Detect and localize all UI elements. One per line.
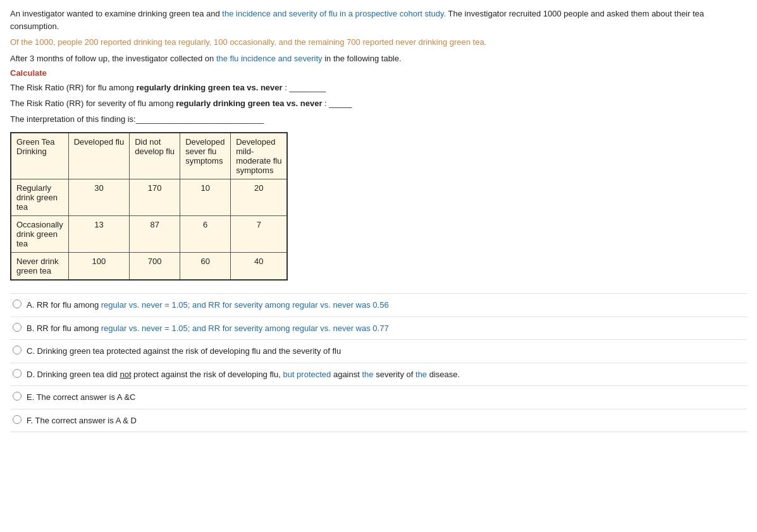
row3-col2: 700 bbox=[130, 253, 180, 281]
row2-col3: 6 bbox=[180, 216, 231, 253]
option-D-blue3: the bbox=[415, 370, 427, 379]
radio-E[interactable] bbox=[13, 392, 22, 401]
question-1: The Risk Ratio (RR) for flu among regula… bbox=[10, 82, 747, 95]
table-header-row: Green TeaDrinking Developed flu Did notd… bbox=[11, 133, 287, 179]
option-D[interactable]: D. Drinking green tea did not protect ag… bbox=[10, 363, 747, 387]
answer-options: A. RR for flu among regular vs. never = … bbox=[10, 293, 747, 432]
option-B[interactable]: B. RR for flu among regular vs. never = … bbox=[10, 317, 747, 341]
row3-col1: 100 bbox=[68, 253, 130, 281]
question-3: The interpretation of this finding is:__… bbox=[10, 113, 747, 126]
option-B-text: B. RR for flu among regular vs. never = … bbox=[27, 322, 744, 335]
option-E-text: E. The correct answer is A &C bbox=[27, 391, 744, 404]
question-2: The Risk Ratio (RR) for severity of flu … bbox=[10, 97, 747, 111]
header-cell-5: Developedmild-moderate flusymptoms bbox=[231, 133, 288, 179]
intro-blue-2: the flu incidence and severity bbox=[216, 54, 323, 63]
radio-D[interactable] bbox=[13, 369, 22, 378]
row1-col2: 170 bbox=[130, 179, 180, 216]
row3-category: Never drinkgreen tea bbox=[11, 253, 68, 281]
row1-col4: 20 bbox=[231, 179, 288, 216]
table-row: Occasionallydrink greentea 13 87 6 7 bbox=[11, 216, 287, 253]
table-row: Regularlydrink greentea 30 170 10 20 bbox=[11, 179, 287, 216]
row1-category: Regularlydrink greentea bbox=[11, 179, 68, 216]
intro-paragraph-2: Of the 1000, people 200 reported drinkin… bbox=[10, 36, 747, 49]
option-F[interactable]: F. The correct answer is A & D bbox=[10, 409, 747, 433]
row1-col3: 10 bbox=[180, 179, 231, 216]
header-cell-2: Developed flu bbox=[68, 133, 130, 179]
option-D-blue: but protected bbox=[283, 370, 331, 379]
row2-col1: 13 bbox=[68, 216, 130, 253]
row2-category: Occasionallydrink greentea bbox=[11, 216, 68, 253]
option-C[interactable]: C. Drinking green tea protected against … bbox=[10, 340, 747, 363]
calculate-label: Calculate bbox=[10, 68, 747, 78]
header-cell-1: Green TeaDrinking bbox=[11, 133, 68, 179]
row2-col2: 87 bbox=[130, 216, 180, 253]
intro-orange: Of the 1000, people 200 reported drinkin… bbox=[10, 37, 486, 47]
option-C-text: C. Drinking green tea protected against … bbox=[27, 345, 744, 358]
option-B-blue: regular vs. never = 1.05; and RR for sev… bbox=[101, 323, 389, 333]
row1-col1: 30 bbox=[68, 179, 130, 216]
option-D-blue2: the bbox=[362, 370, 373, 379]
header-cell-3: Did notdevelop flu bbox=[130, 133, 180, 179]
data-table: Green TeaDrinking Developed flu Did notd… bbox=[10, 132, 747, 281]
header-cell-4: Developedsever flusymptoms bbox=[180, 133, 231, 179]
radio-B[interactable] bbox=[13, 323, 22, 332]
radio-A[interactable] bbox=[13, 299, 22, 308]
option-E[interactable]: E. The correct answer is A &C bbox=[10, 386, 747, 409]
row2-col4: 7 bbox=[231, 216, 288, 253]
table-row: Never drinkgreen tea 100 700 60 40 bbox=[11, 253, 287, 281]
option-A[interactable]: A. RR for flu among regular vs. never = … bbox=[10, 293, 747, 317]
option-F-text: F. The correct answer is A & D bbox=[27, 414, 744, 427]
option-A-text: A. RR for flu among regular vs. never = … bbox=[27, 299, 744, 311]
intro-blue-1: the incidence and severity of flu in a p… bbox=[222, 9, 446, 18]
row3-col4: 40 bbox=[231, 253, 288, 281]
intro-paragraph-1: An investigator wanted to examine drinki… bbox=[10, 8, 747, 32]
radio-C[interactable] bbox=[13, 346, 22, 354]
not-text: not bbox=[120, 370, 131, 379]
option-D-text: D. Drinking green tea did not protect ag… bbox=[27, 368, 744, 381]
intro-paragraph-3: After 3 months of follow up, the investi… bbox=[10, 52, 747, 65]
radio-F[interactable] bbox=[13, 415, 22, 424]
option-A-blue: regular vs. never = 1.05; and RR for sev… bbox=[101, 300, 389, 310]
row3-col3: 60 bbox=[180, 253, 231, 281]
